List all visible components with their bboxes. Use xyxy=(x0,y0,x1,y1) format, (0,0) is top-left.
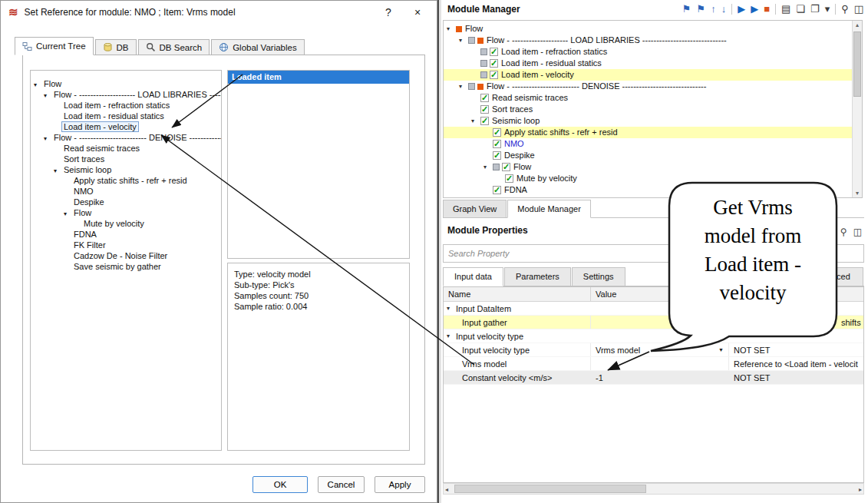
module-item-fdna[interactable]: ✓FDNA xyxy=(444,184,862,196)
download-icon[interactable]: ↓ xyxy=(721,3,727,15)
module-checkbox[interactable]: ✓ xyxy=(493,151,501,160)
expander-icon[interactable]: ▾ xyxy=(34,80,42,89)
expander-icon[interactable]: ▾ xyxy=(64,209,72,218)
module-item-read-seismic-traces[interactable]: ✓Read seismic traces xyxy=(444,92,862,104)
tree-item-flow-load-libraries[interactable]: ▾Flow - -------------------- LOAD LIBRAR… xyxy=(31,89,221,100)
scroll-down-arrow[interactable]: ▾ xyxy=(853,190,862,197)
module-item-load-item-refraction-statics[interactable]: ✓Load item - refraction statics xyxy=(444,46,862,58)
property-row-vrms-model[interactable]: Vrms modelReference to <Load item - velo… xyxy=(444,357,863,371)
module-item-load-item-velocity[interactable]: ✓Load item - velocity xyxy=(444,69,862,81)
window-icon[interactable]: ❐ xyxy=(810,3,820,15)
stop-icon[interactable]: ■ xyxy=(764,3,770,15)
property-value-cell[interactable] xyxy=(591,316,729,329)
scrollbar-thumb[interactable] xyxy=(853,31,861,97)
module-item-flow[interactable]: ▾Flow xyxy=(444,23,862,35)
tree-item-fk-filter[interactable]: FK Filter xyxy=(31,240,221,250)
dropdown-arrow-icon[interactable]: ▾ xyxy=(825,3,830,15)
module-checkbox[interactable]: ✓ xyxy=(490,48,498,56)
scrollbar-thumb[interactable] xyxy=(454,485,646,493)
tree-item-load-item-residual-statics[interactable]: Load item - residual statics xyxy=(31,111,221,121)
property-row-input-velocity-type[interactable]: Input velocity typeVrms model▼NOT SET xyxy=(444,343,863,357)
property-row-input-gather[interactable]: Input gathershifts xyxy=(444,316,863,329)
tree-item-flow[interactable]: ▾Flow xyxy=(31,78,221,89)
expander-icon[interactable]: ▾ xyxy=(459,81,468,92)
column-header-name[interactable]: Name xyxy=(444,287,591,301)
module-checkbox[interactable]: ✓ xyxy=(505,174,513,183)
tree-item-despike[interactable]: Despike xyxy=(31,197,221,207)
module-item-nmo[interactable]: ✓NMO xyxy=(444,138,862,150)
tree-item-cadzow-de-noise-filter[interactable]: Cadzow De - Noise Filter xyxy=(31,250,221,261)
cancel-button[interactable]: Cancel xyxy=(318,476,365,493)
module-item-flow[interactable]: ▾✓Flow xyxy=(444,161,862,173)
expander-icon[interactable]: ▾ xyxy=(459,35,468,46)
tab-advanced-partial[interactable]: nced xyxy=(828,267,863,286)
horizontal-scrollbar[interactable]: ◂ ▸ xyxy=(443,483,864,495)
tab-db-search[interactable]: DB Search xyxy=(138,39,210,55)
module-checkbox[interactable]: ✓ xyxy=(502,163,510,171)
module-item-flow-load-libraries[interactable]: ▾Flow - -------------------- LOAD LIBRAR… xyxy=(444,35,862,46)
module-item-seismic-loop[interactable]: ▾✓Seismic loop xyxy=(444,115,862,127)
module-checkbox[interactable]: ✓ xyxy=(480,94,489,102)
scroll-left-arrow[interactable]: ◂ xyxy=(445,486,448,493)
expander-icon[interactable]: ▾ xyxy=(44,91,52,100)
module-item-apply-static-shifts-refr-resid[interactable]: ✓Apply static shifts - refr + resid xyxy=(444,127,862,138)
flag-icon[interactable]: ⚑ xyxy=(682,3,691,15)
scroll-up-arrow[interactable]: ▴ xyxy=(853,22,862,28)
tree-item-seismic-loop[interactable]: ▾Seismic loop xyxy=(31,164,221,175)
flag-target-icon[interactable]: ⚑ xyxy=(697,3,706,15)
run-flow-icon[interactable]: ▶ xyxy=(751,3,758,15)
pin-icon[interactable]: ⚲ xyxy=(840,227,847,237)
tab-current-tree[interactable]: Current Tree xyxy=(15,37,94,55)
tree-item-save-seismic-by-gather[interactable]: Save seismic by gather xyxy=(31,261,221,272)
ok-button[interactable]: OK xyxy=(252,476,308,493)
property-value-cell[interactable] xyxy=(591,357,729,370)
tab-input-data[interactable]: Input data xyxy=(443,267,503,286)
tab-graph-view[interactable]: Graph View xyxy=(443,200,507,217)
property-value-cell[interactable]: Vrms model▼ xyxy=(591,343,729,356)
module-checkbox[interactable]: ✓ xyxy=(490,71,498,79)
tree-item-sort-traces[interactable]: Sort traces xyxy=(31,154,221,164)
tree-item-flow[interactable]: ▾Flow xyxy=(31,207,221,218)
column-header-extra[interactable] xyxy=(729,287,863,301)
expander-icon[interactable]: ▾ xyxy=(471,115,480,127)
tree-item-flow-denoise[interactable]: ▾Flow - ------------------------ DENOISE… xyxy=(31,132,221,143)
module-item-mute-by-velocity[interactable]: ✓Mute by velocity xyxy=(444,173,862,184)
tab-parameters[interactable]: Parameters xyxy=(504,267,571,286)
panel-icon[interactable]: ◫ xyxy=(854,3,863,15)
expander-icon[interactable]: ▾ xyxy=(484,161,493,173)
property-group-input-dataitem[interactable]: ▾Input DataItem xyxy=(444,302,863,316)
tree-item-nmo[interactable]: NMO xyxy=(31,186,221,197)
dropdown-arrow-icon[interactable]: ▼ xyxy=(718,343,724,356)
help-button[interactable]: ? xyxy=(377,3,400,22)
tree-item-mute-by-velocity[interactable]: Mute by velocity xyxy=(31,218,221,229)
pin-icon[interactable]: ⚲ xyxy=(841,3,849,15)
run-icon[interactable]: ▶ xyxy=(738,3,745,15)
property-value-cell[interactable]: -1 xyxy=(591,371,729,384)
search-property-input[interactable] xyxy=(443,244,864,263)
module-checkbox[interactable]: ✓ xyxy=(493,186,501,194)
module-checkbox[interactable]: ✓ xyxy=(490,59,498,68)
module-item-load-item-residual-statics[interactable]: ✓Load item - residual statics xyxy=(444,58,862,69)
column-header-value[interactable]: Value xyxy=(591,287,729,301)
tree-item-apply-static-shifts-refr-resid[interactable]: Apply static shifts - refr + resid xyxy=(31,175,221,186)
expander-icon[interactable]: ▾ xyxy=(44,134,52,143)
expander-icon[interactable]: ▾ xyxy=(447,329,456,343)
apply-button[interactable]: Apply xyxy=(375,476,425,493)
module-checkbox[interactable]: ✓ xyxy=(480,117,489,125)
tree-item-load-item-velocity[interactable]: Load item - velocity xyxy=(31,121,221,132)
tab-module-manager[interactable]: Module Manager xyxy=(507,200,591,218)
tab-db[interactable]: DB xyxy=(95,39,137,55)
scroll-right-arrow[interactable]: ▸ xyxy=(859,486,862,493)
tree-item-fdna[interactable]: FDNA xyxy=(31,229,221,240)
property-row-constant-velocity-m-s[interactable]: Constant velocity <m/s>-1NOT SET xyxy=(444,371,863,385)
tab-settings[interactable]: Settings xyxy=(572,267,625,286)
vertical-scrollbar[interactable]: ▴ ▾ xyxy=(852,21,862,197)
module-item-flow-denoise[interactable]: ▾Flow - ------------------------ DENOISE… xyxy=(444,81,862,92)
module-item-despike[interactable]: ✓Despike xyxy=(444,150,862,161)
tree-item-load-item-refraction-statics[interactable]: Load item - refraction statics xyxy=(31,100,221,111)
property-group-input-velocity-type[interactable]: ▾Input velocity type xyxy=(444,329,863,343)
tab-global-variables[interactable]: Global Variables xyxy=(211,39,305,55)
report-icon[interactable]: ▤ xyxy=(781,3,790,15)
copy-icon[interactable]: ❏ xyxy=(796,3,805,15)
module-checkbox[interactable]: ✓ xyxy=(480,105,489,114)
